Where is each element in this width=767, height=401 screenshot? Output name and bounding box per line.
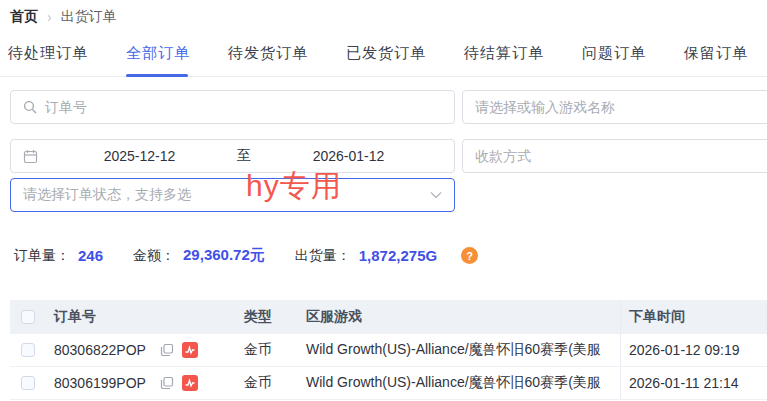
calendar-icon	[23, 149, 38, 164]
table-row: 80306199POP 金币 Wild Gr	[10, 367, 767, 400]
date-range-picker[interactable]: 2025-12-12 至 2026-01-12	[10, 139, 455, 173]
copy-icon[interactable]	[160, 343, 174, 357]
tab-to-ship-orders[interactable]: 待发货订单	[228, 44, 308, 76]
date-range-to-label: 至	[233, 147, 255, 165]
tab-all-orders[interactable]: 全部订单	[126, 44, 190, 76]
orders-table: 订单号 类型 区服游戏 下单时间 80306822POP	[10, 300, 767, 400]
breadcrumb-home-link[interactable]: 首页	[10, 8, 38, 26]
order-count-stat: 订单量： 246	[14, 247, 103, 265]
order-status-placeholder: 请选择订单状态，支持多选	[23, 186, 430, 204]
hy-annotation-text: hy专用	[246, 166, 342, 207]
order-time-cell: 2026-01-11 21:14	[620, 367, 767, 399]
tab-pending-orders[interactable]: 待处理订单	[8, 44, 88, 76]
row-checkbox[interactable]	[21, 343, 35, 357]
game-name-select[interactable]	[462, 90, 767, 124]
order-no-cell: 80306199POP	[46, 367, 236, 399]
order-no-text: 80306199POP	[54, 375, 146, 391]
help-icon[interactable]: ?	[461, 247, 478, 264]
order-status-multiselect[interactable]: 请选择订单状态，支持多选	[10, 178, 455, 212]
tab-to-settle-orders[interactable]: 待结算订单	[464, 44, 544, 76]
row-checkbox[interactable]	[21, 376, 35, 390]
amount-label: 金额：	[133, 247, 175, 265]
column-header-game: 区服游戏	[298, 300, 620, 334]
game-name-input[interactable]	[475, 99, 767, 115]
order-type-cell: 金币	[236, 334, 298, 366]
column-header-type: 类型	[236, 300, 298, 334]
order-time-cell: 2026-01-12 09:19	[620, 334, 767, 366]
shipping-orders-page: 首页 › 出货订单 待处理订单 全部订单 待发货订单 已发货订单 待结算订单 问…	[0, 0, 767, 401]
chevron-down-icon[interactable]	[430, 191, 442, 199]
row-checkbox-cell	[10, 367, 46, 399]
game-server-cell: Wild Growth(US)-Alliance/魔兽怀旧60赛季(美服	[298, 334, 620, 366]
amount-stat: 金额： 29,360.72元	[133, 246, 265, 265]
summary-stats: 订单量： 246 金额： 29,360.72元 出货量： 1,872,275G …	[14, 246, 478, 265]
order-number-input[interactable]	[45, 99, 442, 115]
order-tabs: 待处理订单 全部订单 待发货订单 已发货订单 待结算订单 问题订单 保留订单	[0, 44, 767, 77]
payment-method-input[interactable]	[475, 148, 767, 164]
breadcrumb-current: 出货订单	[61, 8, 117, 26]
trend-chart-icon[interactable]	[182, 375, 198, 391]
end-date-value[interactable]: 2026-01-12	[255, 148, 442, 164]
order-no-text: 80306822POP	[54, 342, 146, 358]
order-count-value: 246	[78, 247, 103, 264]
search-icon	[23, 100, 37, 114]
row-checkbox-cell	[10, 334, 46, 366]
tab-problem-orders[interactable]: 问题订单	[582, 44, 646, 76]
order-count-label: 订单量：	[14, 247, 70, 265]
copy-icon[interactable]	[160, 376, 174, 390]
order-no-cell: 80306822POP	[46, 334, 236, 366]
table-row: 80306822POP 金币 Wild Gr	[10, 334, 767, 367]
order-type-cell: 金币	[236, 367, 298, 399]
amount-value: 29,360.72元	[183, 246, 265, 265]
trend-chart-icon[interactable]	[182, 342, 198, 358]
tab-held-orders[interactable]: 保留订单	[684, 44, 748, 76]
tab-shipped-orders[interactable]: 已发货订单	[346, 44, 426, 76]
game-server-cell: Wild Growth(US)-Alliance/魔兽怀旧60赛季(美服	[298, 367, 620, 399]
breadcrumb-separator-icon: ›	[47, 9, 52, 25]
header-checkbox-cell	[10, 300, 46, 334]
shipment-stat: 出货量： 1,872,275G	[295, 247, 437, 265]
column-header-time: 下单时间	[620, 300, 767, 334]
payment-method-select[interactable]	[462, 139, 767, 173]
table-header-row: 订单号 类型 区服游戏 下单时间	[10, 300, 767, 334]
column-header-order-no: 订单号	[46, 300, 236, 334]
start-date-value[interactable]: 2025-12-12	[46, 148, 233, 164]
shipment-label: 出货量：	[295, 247, 351, 265]
shipment-value: 1,872,275G	[359, 247, 437, 264]
select-all-checkbox[interactable]	[21, 310, 35, 324]
order-number-search[interactable]	[10, 90, 455, 124]
breadcrumb: 首页 › 出货订单	[10, 8, 117, 26]
